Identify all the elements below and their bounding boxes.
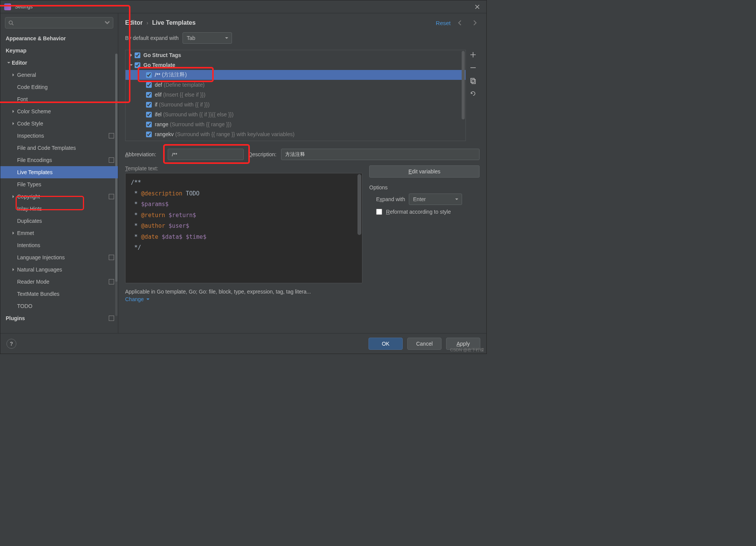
sidebar-item-code-editing[interactable]: Code Editing xyxy=(0,81,118,93)
template-checkbox[interactable] xyxy=(146,112,152,117)
window-title: Settings xyxy=(15,4,33,10)
change-contexts-link[interactable]: Change xyxy=(125,296,480,302)
sidebar-item-duplicates[interactable]: Duplicates xyxy=(0,215,118,227)
abbreviation-input[interactable] xyxy=(168,149,244,160)
sidebar-item-keymap[interactable]: Keymap xyxy=(0,44,118,57)
template-item[interactable]: elif(Insert {{ else if }}) xyxy=(125,90,465,100)
cancel-button[interactable]: Cancel xyxy=(407,338,442,350)
close-button[interactable] xyxy=(472,2,483,12)
breadcrumb-current: Live Templates xyxy=(152,19,195,26)
nav-forward-button[interactable] xyxy=(470,18,480,28)
template-checkbox[interactable] xyxy=(146,122,152,127)
settings-tree[interactable]: Appearance & BehaviorKeymapEditorGeneral… xyxy=(0,31,118,333)
arrow-right-icon xyxy=(472,20,478,26)
template-checkbox[interactable] xyxy=(146,92,152,98)
titlebar: Settings xyxy=(0,0,486,13)
sidebar-item-todo[interactable]: TODO xyxy=(0,300,118,312)
duplicate-template-button[interactable] xyxy=(468,76,478,86)
template-item[interactable]: Go Struct Tags xyxy=(125,50,465,60)
template-checkbox[interactable] xyxy=(135,62,140,68)
template-checkbox[interactable] xyxy=(146,82,152,88)
add-template-button[interactable] xyxy=(468,50,478,60)
template-checkbox[interactable] xyxy=(146,102,152,108)
template-item[interactable]: def(Define template) xyxy=(125,80,465,90)
settings-sidebar: Appearance & BehaviorKeymapEditorGeneral… xyxy=(0,13,118,333)
project-badge-icon xyxy=(109,255,114,260)
copy-icon xyxy=(470,77,476,84)
expand-with-option-label: Expand with xyxy=(376,196,405,202)
breadcrumb: Editor › Live Templates Reset xyxy=(118,13,486,32)
reformat-label: Reformat according to style xyxy=(386,209,451,215)
search-input[interactable] xyxy=(5,17,113,29)
sidebar-item-emmet[interactable]: Emmet xyxy=(0,227,118,239)
sidebar-item-inlay-hints[interactable]: Inlay Hints xyxy=(0,203,118,215)
project-badge-icon xyxy=(109,194,114,199)
sidebar-item-font[interactable]: Font xyxy=(0,93,118,105)
project-badge-icon xyxy=(109,133,114,138)
ok-button[interactable]: OK xyxy=(368,338,403,350)
revert-template-button[interactable] xyxy=(468,89,478,98)
project-badge-icon xyxy=(109,316,114,321)
sidebar-item-appearance-behavior[interactable]: Appearance & Behavior xyxy=(0,32,118,44)
app-icon xyxy=(4,3,11,10)
template-tree-scrollbar[interactable] xyxy=(462,51,465,140)
sidebar-item-reader-mode[interactable]: Reader Mode xyxy=(0,276,118,288)
editor-scrollbar[interactable] xyxy=(357,174,361,282)
applicable-contexts: Applicable in Go template, Go; Go: file,… xyxy=(125,289,480,295)
chevron-down-icon xyxy=(225,36,229,40)
sidebar-item-code-style[interactable]: Code Style xyxy=(0,117,118,130)
help-button[interactable]: ? xyxy=(6,339,16,349)
plus-icon xyxy=(470,51,476,58)
project-badge-icon xyxy=(109,157,114,163)
template-item[interactable]: Go Template xyxy=(125,60,465,70)
sidebar-item-intentions[interactable]: Intentions xyxy=(0,239,118,251)
expand-with-label: By default expand with xyxy=(125,35,179,41)
chevron-down-icon xyxy=(146,297,150,301)
sidebar-item-general[interactable]: General xyxy=(0,69,118,81)
sidebar-item-natural-languages[interactable]: Natural Languages xyxy=(0,263,118,276)
watermark: CSDN @在下柠檬 xyxy=(450,347,484,353)
description-input[interactable] xyxy=(281,149,480,160)
breadcrumb-parent[interactable]: Editor xyxy=(125,19,143,26)
edit-variables-button[interactable]: Edit variables xyxy=(369,165,480,178)
template-item[interactable]: /**(方法注释) xyxy=(125,70,465,80)
sidebar-item-file-and-code-templates[interactable]: File and Code Templates xyxy=(0,142,118,154)
sidebar-item-copyright[interactable]: Copyright xyxy=(0,190,118,203)
close-icon xyxy=(475,4,480,10)
template-checkbox[interactable] xyxy=(146,72,152,78)
template-item[interactable]: rangekv(Surround with {{ range }} with k… xyxy=(125,129,465,139)
nav-back-button[interactable] xyxy=(455,18,465,28)
template-item[interactable]: if(Surround with {{ if }}) xyxy=(125,100,465,110)
sidebar-item-textmate-bundles[interactable]: TextMate Bundles xyxy=(0,288,118,300)
chevron-down-icon xyxy=(455,197,459,201)
template-item[interactable]: range(Surround with {{ range }}) xyxy=(125,119,465,129)
remove-template-button[interactable] xyxy=(468,63,478,73)
default-expand-select[interactable]: Tab xyxy=(183,32,232,44)
template-tree[interactable]: Go Struct TagsGo Template/**(方法注释)def(De… xyxy=(125,50,466,141)
sidebar-item-live-templates[interactable]: Live Templates xyxy=(0,166,118,178)
svg-rect-2 xyxy=(472,79,475,84)
template-toolbar xyxy=(468,50,480,141)
description-label: Description: xyxy=(248,151,276,157)
sidebar-item-plugins[interactable]: Plugins xyxy=(0,312,118,324)
sidebar-item-language-injections[interactable]: Language Injections xyxy=(0,251,118,263)
template-text-label: Template text: xyxy=(125,165,362,171)
arrow-left-icon xyxy=(457,20,463,26)
template-item[interactable]: ifel(Surround with {{ if }}{{ else }}) xyxy=(125,110,465,119)
undo-icon xyxy=(470,90,476,97)
sidebar-item-file-encodings[interactable]: File Encodings xyxy=(0,154,118,166)
template-text-editor[interactable]: /** * @description TODO * $params$ * @re… xyxy=(125,173,362,283)
sidebar-item-inspections[interactable]: Inspections xyxy=(0,130,118,142)
dialog-footer: ? OK Cancel Apply xyxy=(0,333,486,354)
chevron-down-icon xyxy=(105,20,110,25)
reset-link[interactable]: Reset xyxy=(436,20,451,26)
options-group: Options Expand with Enter Reformat xyxy=(369,182,480,219)
expand-with-select[interactable]: Enter xyxy=(409,194,462,205)
sidebar-item-file-types[interactable]: File Types xyxy=(0,178,118,190)
settings-window: Settings Appearance & BehaviorKeymapEdit… xyxy=(0,0,487,354)
sidebar-item-editor[interactable]: Editor xyxy=(0,57,118,69)
reformat-checkbox[interactable] xyxy=(376,209,382,215)
template-checkbox[interactable] xyxy=(146,132,152,137)
template-checkbox[interactable] xyxy=(135,52,140,58)
sidebar-item-color-scheme[interactable]: Color Scheme xyxy=(0,105,118,117)
